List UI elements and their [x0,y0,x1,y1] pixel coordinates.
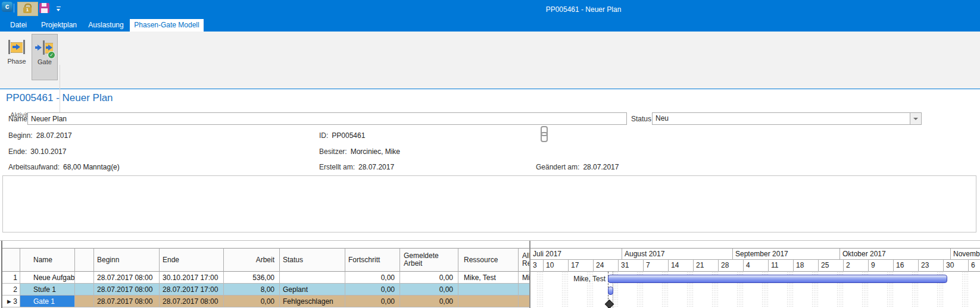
grid-cell-ressource-row2[interactable] [458,284,519,296]
gantt-bar-resource-label: Mike, Test [530,275,606,283]
tab-projektplan[interactable]: Projektplan [35,19,83,32]
tab-auslastung[interactable]: Auslastung [85,19,127,32]
grid-cell-gemeldete-row2[interactable]: 0,00 [400,284,458,296]
id-field: ID:PP005461 [319,131,365,140]
geaendert-am-label: Geändert am: [536,163,579,171]
chevron-down-icon [57,7,61,7]
column-header-fortschritt[interactable]: Fortschritt [345,248,400,272]
erstellt-am-field: Erstellt am:28.07.2017 [319,163,394,171]
grid-cell-fortschritt-row3[interactable]: 0,00 [345,296,400,307]
grid-cell-arbeit-row2[interactable]: 8,00 [224,284,280,296]
grid-cell-status-row1[interactable] [280,272,345,284]
gantt-week-cell: 28 [719,260,744,272]
gantt-week-cell: 17 [569,260,594,272]
beginn-field: Beginn:28.07.2017 [8,131,72,140]
tab-datei[interactable]: Datei [5,19,32,32]
gantt-week-cell: 7 [644,260,669,272]
gantt-week-cell: 4 [744,260,769,272]
status-value: Neu [656,114,669,122]
grid-cell-gemeldete-row1[interactable]: 0,00 [400,272,458,284]
grid-cell-ressource-row3[interactable] [458,296,519,307]
grid-cell-name-row1[interactable]: Neue Aufgabe [20,272,75,284]
grid-cell-alle-row3[interactable] [519,296,530,307]
grid-top-divider [0,240,980,241]
app-logo-icon[interactable]: c [2,2,13,12]
window-titlebar: c 1 PP005461 - Neuer Plan [0,0,980,19]
grid-cell-beginn-row2[interactable]: 28.07.2017 08:00 [94,284,160,296]
attachment-link-icon[interactable] [539,126,547,142]
grid-cell-alle-row2[interactable] [519,284,530,296]
phase-button[interactable]: Phase [4,34,29,79]
column-header-icon[interactable] [75,248,94,272]
description-textarea[interactable] [2,175,976,232]
id-value: PP005461 [332,131,365,140]
gantt-week-cell: 30 [944,260,969,272]
beginn-label: Beginn: [8,131,33,140]
column-header-alle[interactable]: Alle Re [519,248,530,272]
grid-cell-ende-row3[interactable]: 28.07.2017 08:00 [160,296,224,307]
column-header-name[interactable]: Name [20,248,75,272]
column-header-gemeldete[interactable]: Gemeldete Arbeit [400,248,458,272]
grid-cell-num-row3[interactable]: 3▶ [2,296,20,307]
grid-cell-status-row2[interactable]: Geplant [280,284,345,296]
column-header-ressource[interactable]: Ressource [458,248,519,272]
grid-cell-beginn-row3[interactable]: 28.07.2017 08:00 [94,296,160,307]
gantt-month-cell: September 2017 [733,248,840,260]
grid-cell-num-row1[interactable]: 1 [2,272,20,284]
column-header-arbeit[interactable]: Arbeit [224,248,280,272]
status-dropdown[interactable]: Neu [652,112,922,125]
grid-cell-arbeit-row3[interactable]: 0,00 [224,296,280,307]
gantt-bar-stufe-1[interactable] [608,287,613,295]
grid-cell-ressource-row1[interactable]: Mike, Test [458,272,519,284]
save-button[interactable] [39,3,49,13]
gantt-month-cell: Juli 2017 [530,248,622,260]
grid-cell-beginn-row1[interactable]: 28.07.2017 08:00 [94,272,160,284]
gantt-week-cell: 23 [919,260,944,272]
page-title: PP005461 - Neuer Plan [6,92,113,104]
column-header-ende[interactable]: Ende [160,248,224,272]
grid-cell-name-row3[interactable]: Gate 1 [20,296,75,307]
grid-cell-fortschritt-row2[interactable]: 0,00 [345,284,400,296]
qat-customize-button[interactable] [56,7,61,12]
gantt-week-cell: 3 [530,260,544,272]
grid-cell-icon-row3[interactable] [75,296,94,307]
gantt-week-cell: 31 [619,260,644,272]
arbeitsaufwand-label: Arbeitsaufwand: [8,163,60,171]
gantt-week-cell: 25 [819,260,844,272]
grid-cell-icon-row1[interactable] [75,272,94,284]
ende-label: Ende: [8,147,27,156]
lock-button[interactable]: 1 [17,2,38,16]
save-icon [42,3,46,7]
grid-cell-status-row3[interactable]: Fehlgeschlagen [280,296,345,307]
grid-cell-arbeit-row1[interactable]: 536,00 [224,272,280,284]
grid-cell-num-row2[interactable]: 2 [2,284,20,296]
grid-cell-alle-row1[interactable]: Mike, Test [519,272,530,284]
arbeitsaufwand-value: 68,00 Manntag(e) [63,163,120,171]
gate-button-label: Gate [32,58,57,65]
ribbon-tab-row: Datei Projektplan Auslastung Phasen-Gate… [0,19,980,32]
check-icon: ✓ [48,51,55,59]
gate-button[interactable]: ✓ Gate [32,34,58,80]
beginn-value: 28.07.2017 [36,131,72,140]
name-input[interactable] [27,112,627,125]
column-header-beginn[interactable]: Beginn [94,248,160,272]
name-label: Name [8,115,27,123]
tab-phasen-gate-modell[interactable]: Phasen-Gate Modell [130,19,204,32]
dropdown-button[interactable] [910,113,921,124]
column-header-status[interactable]: Status [280,248,345,272]
ende-field: Ende:30.10.2017 [8,147,66,156]
grid-cell-icon-row2[interactable] [75,284,94,296]
gantt-week-cell: 9 [869,260,894,272]
gantt-bar-neue-aufgabe[interactable] [608,275,947,283]
grid-cell-ende-row1[interactable]: 30.10.2017 17:00 [160,272,224,284]
arbeitsaufwand-field: Arbeitsaufwand:68,00 Manntag(e) [8,163,120,171]
phase-button-label: Phase [4,58,29,65]
erstellt-am-label: Erstellt am: [319,163,355,171]
grid-cell-gemeldete-row3[interactable]: 0,00 [400,296,458,307]
grid-cell-name-row2[interactable]: Stufe 1 [20,284,75,296]
column-header-num[interactable] [2,248,20,272]
grid-cell-ende-row2[interactable]: 28.07.2017 17:00 [160,284,224,296]
gantt-nonworking-stripe [962,272,969,308]
grid-cell-fortschritt-row1[interactable]: 0,00 [345,272,400,284]
gantt-month-cell: August 2017 [622,248,733,260]
